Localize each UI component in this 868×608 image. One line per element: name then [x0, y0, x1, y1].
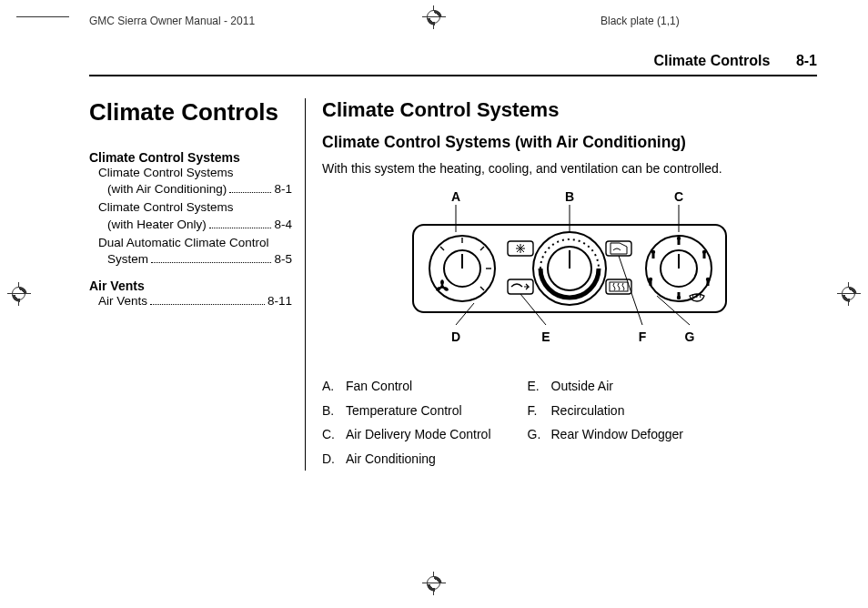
intro-paragraph: With this system the heating, cooling, a… — [322, 161, 817, 176]
running-head: Climate Controls 8-1 — [89, 53, 817, 76]
fan-knob-icon — [429, 236, 495, 301]
ac-button-icon — [508, 241, 533, 256]
callout-letter: G — [685, 329, 695, 344]
svg-rect-34 — [650, 281, 652, 286]
legend-text: Air Conditioning — [346, 447, 436, 471]
registration-mark-icon — [422, 5, 446, 29]
registration-mark-icon — [7, 282, 31, 306]
legend-text: Recirculation — [551, 399, 625, 423]
legend-letter: A. — [322, 374, 346, 399]
toc-leader-dots — [209, 218, 272, 228]
toc-label: Air Vents — [98, 293, 147, 309]
svg-line-11 — [440, 247, 444, 250]
outside-air-button-icon — [508, 279, 533, 294]
callout-letter: A — [451, 189, 460, 204]
chapter-title: Climate Controls — [89, 98, 292, 127]
toc-leader-dots — [150, 296, 265, 306]
temperature-knob-icon — [533, 232, 606, 305]
toc-entry: Dual Automatic Climate Control System 8-… — [89, 235, 292, 268]
toc-page: 8-4 — [274, 217, 292, 233]
legend-letter: C. — [322, 422, 346, 447]
svg-line-8 — [480, 247, 484, 250]
toc-page: 8-5 — [274, 251, 292, 268]
toc-label: System — [107, 251, 148, 268]
callout-letter: E — [541, 329, 550, 344]
svg-rect-24 — [678, 240, 681, 245]
legend-item: F.Recirculation — [528, 399, 684, 423]
svg-point-27 — [706, 278, 710, 281]
legend-text: Temperature Control — [346, 399, 462, 423]
callout-letter: B — [565, 189, 574, 204]
legend-item: G.Rear Window Defogger — [528, 422, 684, 447]
toc-column: Climate Controls Climate Control Systems… — [89, 98, 306, 471]
registration-mark-icon — [422, 572, 446, 595]
legend-letter: F. — [528, 399, 551, 423]
registration-mark-icon — [837, 282, 861, 306]
legend-text: Rear Window Defogger — [551, 422, 684, 447]
toc-entry: Air Vents 8-11 — [98, 293, 292, 309]
callout-letter: D — [451, 329, 460, 344]
legend-text: Outside Air — [551, 374, 613, 399]
doc-title: GMC Sierra Owner Manual - 2011 — [89, 15, 255, 27]
legend-item: D.Air Conditioning — [322, 447, 491, 471]
diagram-legend: A.Fan Control B.Temperature Control C.Ai… — [322, 374, 817, 471]
legend-letter: E. — [528, 374, 551, 399]
svg-point-23 — [677, 237, 681, 240]
plate-label: Black plate (1,1) — [601, 15, 680, 27]
svg-line-36 — [456, 303, 474, 325]
toc-label: Climate Control Systems — [98, 165, 292, 181]
running-head-section: Climate Controls — [653, 53, 770, 68]
svg-point-33 — [649, 278, 652, 281]
content-column: Climate Control Systems Climate Control … — [306, 98, 817, 471]
toc-label: Climate Control Systems — [98, 199, 292, 216]
svg-line-40 — [524, 294, 546, 325]
toc-entry: Climate Control Systems (with Heater Onl… — [89, 199, 292, 232]
toc-leader-dots — [151, 253, 271, 263]
page-body: Climate Controls 8-1 Climate Controls Cl… — [89, 53, 817, 471]
svg-line-38 — [619, 256, 642, 325]
legend-column: E.Outside Air F.Recirculation G.Rear Win… — [528, 374, 684, 471]
climate-panel-diagram: A B C — [369, 188, 770, 361]
legend-item: C.Air Delivery Mode Control — [322, 422, 491, 447]
toc-label: Dual Automatic Climate Control — [98, 235, 292, 251]
recirc-button-icon — [606, 241, 631, 256]
toc-label: (with Air Conditioning) — [107, 181, 227, 198]
svg-rect-28 — [707, 281, 710, 286]
section-heading: Climate Control Systems — [322, 98, 817, 122]
legend-item: E.Outside Air — [528, 374, 684, 399]
legend-text: Air Delivery Mode Control — [346, 422, 491, 447]
toc-leader-dots — [229, 183, 271, 193]
callout-letter: C — [674, 189, 683, 204]
svg-line-10 — [480, 287, 484, 290]
legend-text: Fan Control — [346, 374, 412, 399]
running-head-page: 8-1 — [796, 53, 817, 68]
toc-label: (with Heater Only) — [107, 217, 207, 233]
legend-letter: G. — [528, 422, 551, 447]
svg-rect-30 — [678, 292, 681, 297]
legend-letter: D. — [322, 447, 346, 471]
svg-point-25 — [702, 250, 706, 254]
crop-line — [16, 16, 69, 17]
mode-knob-icon — [646, 236, 712, 301]
toc-group-title: Climate Control Systems — [89, 150, 292, 165]
svg-rect-32 — [652, 254, 655, 258]
legend-column: A.Fan Control B.Temperature Control C.Ai… — [322, 374, 491, 471]
legend-letter: B. — [322, 399, 346, 423]
legend-item: B.Temperature Control — [322, 399, 491, 423]
toc-entry: Climate Control Systems (with Air Condit… — [89, 165, 292, 198]
toc-page: 8-11 — [267, 293, 292, 309]
diagram-svg: A B C — [388, 188, 752, 361]
subsection-heading: Climate Control Systems (with Air Condit… — [322, 133, 817, 152]
svg-point-31 — [651, 250, 655, 254]
toc-group-title: Air Vents — [89, 279, 292, 293]
legend-item: A.Fan Control — [322, 374, 491, 399]
callout-letter: F — [639, 329, 647, 344]
svg-rect-26 — [703, 254, 706, 258]
toc-page: 8-1 — [274, 181, 292, 198]
